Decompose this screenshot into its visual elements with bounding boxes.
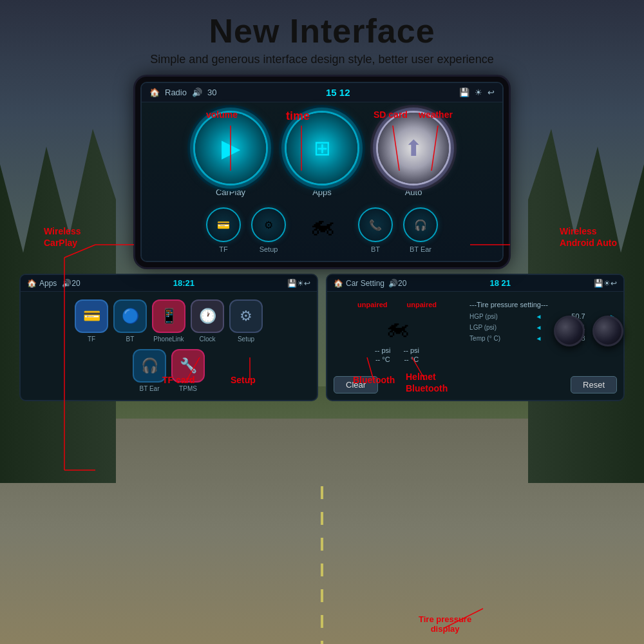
ann-setup: Setup [231, 375, 256, 386]
knob-left[interactable] [554, 316, 585, 346]
tire-moto-icon: 🏍 [385, 314, 410, 341]
tire-left-temp: -- °C [375, 355, 390, 363]
car-status-bar: 🏠 Car Setting 🔊 20 18 21 💾 ☀ ↩ [327, 275, 623, 292]
car-sd-icon: 💾 [594, 279, 603, 288]
bt-ear-icon: 🎧 [414, 219, 427, 231]
knob-right[interactable] [592, 316, 623, 346]
tf-icon: 💳 [217, 219, 230, 231]
radio-label: Radio [165, 88, 187, 97]
header-section: New Interface Simple and generous interf… [0, 0, 644, 71]
apps-bright-icon[interactable]: ☀ [297, 279, 304, 288]
auto-label: Auto [405, 187, 422, 197]
ann-carplay: WirelessCarPlay [44, 225, 80, 249]
hgp-label: HGP (psi) [469, 313, 511, 320]
ann-tire-pressure: Tire pressuredisplay [419, 614, 471, 634]
setup-button[interactable]: ⚙ Setup [251, 207, 286, 253]
tf-app-icon: 💳 [83, 308, 100, 325]
carplay-label: CarPlay [216, 187, 245, 197]
main-screen: 🏠 Radio 🔊 30 15 12 💾 ☀ ↩ [140, 82, 504, 262]
page-title: New Interface [0, 12, 644, 50]
ann-tfcard: TF card [162, 375, 195, 386]
bottom-panels: 🏠 Apps 🔊 20 18:21 💾 ☀ ↩ 💳 TF [0, 274, 644, 401]
car-back-icon[interactable]: ↩ [611, 279, 617, 288]
nav-icon: ⬆ [404, 135, 422, 161]
clock-app-btn[interactable]: 🕐 Clock [191, 299, 224, 343]
time-display: 15 12 [326, 87, 350, 98]
car-panel-label: Car Setting [346, 279, 384, 288]
main-device-area: 🏠 Radio 🔊 30 15 12 💾 ☀ ↩ [0, 77, 644, 267]
small-icons-row: 💳 TF ⚙ Setup 🏍 [206, 207, 438, 253]
apps-panel-label: Apps [39, 279, 57, 288]
bt-app-btn[interactable]: 🔵 BT [113, 299, 147, 343]
hgp-dec-btn[interactable]: ◄ [535, 313, 542, 320]
setup-app-icon: ⚙ [240, 308, 252, 325]
car-volume-icon: 🔊 [388, 279, 398, 288]
tpms-icon: 🔧 [180, 357, 197, 374]
home-icon[interactable]: 🏠 [149, 88, 160, 97]
tf-app-btn[interactable]: 💳 TF [75, 299, 108, 343]
ann-android: WirelessAndroid Auto [560, 225, 617, 249]
reset-button[interactable]: Reset [571, 376, 617, 393]
car-volume-val: 20 [398, 279, 406, 288]
apps-row-2: 🎧 BT Ear 🔧 TPMS [133, 349, 205, 392]
setup-app-btn[interactable]: ⚙ Setup [229, 299, 263, 343]
play-icon: ▶ [222, 134, 240, 162]
volume-value: 30 [207, 88, 216, 97]
temp-dec-btn[interactable]: ◄ [535, 335, 542, 342]
ann-helmet: HelmetBluetooth [406, 371, 448, 394]
bt-icon: 📞 [369, 219, 382, 231]
tire-left-psi: -- psi [375, 346, 390, 354]
tpms-app-btn[interactable]: 🔧 TPMS [171, 349, 205, 392]
phonelink-app-btn[interactable]: 📱 PhoneLink [152, 299, 185, 343]
tire-display: unpaired unpaired 🏍 -- psi -- °C -- psi … [332, 297, 462, 367]
car-time: 18 21 [489, 278, 511, 288]
ann-sdcard: SD card [374, 109, 408, 120]
apps-icon: ⊞ [314, 136, 331, 160]
tire-setting-title: ---Tire pressure setting--- [469, 301, 616, 308]
car-home-icon[interactable]: 🏠 [334, 279, 343, 288]
tire-right-temp: -- °C [404, 355, 419, 363]
main-device: 🏠 Radio 🔊 30 15 12 💾 ☀ ↩ [135, 77, 509, 267]
car-bright-icon[interactable]: ☀ [603, 279, 611, 288]
big-circles-row: ▶ CarPlay ⊞ Apps ⬆ [195, 113, 449, 197]
apps-back-icon[interactable]: ↩ [304, 279, 310, 288]
carplay-button[interactable]: ▶ CarPlay [195, 113, 266, 197]
main-icons-grid: ▶ CarPlay ⊞ Apps ⬆ [142, 102, 502, 261]
apps-label: Apps [312, 187, 332, 197]
page-subtitle: Simple and generous interface design sty… [0, 53, 644, 66]
ann-volume: volume [206, 109, 238, 120]
apps-volume-icon: 🔊 [62, 279, 71, 288]
apps-home-icon[interactable]: 🏠 [27, 279, 37, 288]
phonelink-icon: 📱 [160, 308, 178, 325]
btear-app-icon: 🎧 [141, 357, 158, 374]
apps-status-bar: 🏠 Apps 🔊 20 18:21 💾 ☀ ↩ [21, 275, 317, 292]
ann-bluetooth: Bluetooth [353, 375, 395, 386]
apps-button[interactable]: ⊞ Apps [287, 113, 357, 197]
main-status-bar: 🏠 Radio 🔊 30 15 12 💾 ☀ ↩ [142, 83, 502, 102]
apps-row-1: 💳 TF 🔵 BT 📱 PhoneLink [75, 299, 263, 343]
knobs-area [554, 316, 623, 346]
temp-label: Temp (° C) [469, 335, 511, 342]
brightness-icon[interactable]: ☀ [475, 88, 482, 97]
bt-app-icon: 🔵 [122, 308, 139, 325]
tf-button[interactable]: 💳 TF [206, 207, 241, 253]
lgp-label: LGP (psi) [469, 324, 511, 331]
ann-time: time [286, 109, 310, 124]
setup-icon: ⚙ [264, 219, 273, 231]
tire-right-psi: -- psi [404, 346, 419, 354]
sd-icon: 💾 [459, 88, 469, 97]
lgp-dec-btn[interactable]: ◄ [535, 324, 542, 331]
back-icon[interactable]: ↩ [488, 88, 495, 97]
ann-weather: weather [419, 109, 453, 120]
apps-sd-icon: 💾 [287, 279, 297, 288]
apps-volume-val: 20 [71, 279, 80, 288]
clock-icon: 🕐 [199, 308, 216, 325]
tire-right-status: unpaired [407, 301, 437, 308]
bt-button[interactable]: 📞 BT [358, 207, 393, 253]
tire-left-status: unpaired [357, 301, 387, 308]
auto-button[interactable]: ⬆ Auto [378, 113, 449, 197]
volume-icon: 🔊 [192, 88, 202, 97]
btear-app-btn[interactable]: 🎧 BT Ear [133, 349, 166, 392]
bt-ear-button[interactable]: 🎧 BT Ear [403, 207, 438, 253]
motorcycle-image: 🏍 [296, 207, 348, 242]
